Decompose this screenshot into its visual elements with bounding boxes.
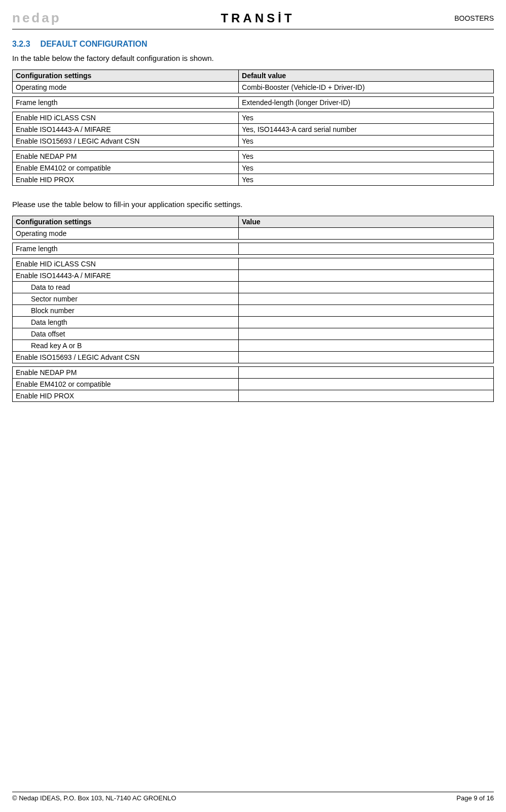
nedap-logo: nedap	[12, 10, 61, 26]
default-config-table-d: Enable NEDAP PM Yes Enable EM4102 or com…	[12, 150, 494, 186]
cell-setting: Enable HID iCLASS CSN	[13, 112, 239, 124]
cell-value[interactable]	[239, 258, 494, 270]
table-row: Frame length Extended-length (longer Dri…	[13, 97, 494, 109]
cell-value[interactable]	[239, 270, 494, 282]
cell-value[interactable]	[239, 352, 494, 363]
cell-value: Yes, ISO14443-A card serial number	[239, 124, 494, 136]
section-title-text: DEFAULT CONFIGURATION	[41, 40, 148, 48]
cell-value[interactable]	[239, 328, 494, 340]
table-row: Frame length	[13, 243, 494, 255]
cell-value[interactable]	[239, 317, 494, 328]
cell-value[interactable]	[239, 390, 494, 402]
user-config-table-d: Enable NEDAP PM Enable EM4102 or compati…	[12, 366, 494, 402]
table1-header-value: Default value	[239, 70, 494, 82]
table2-header-value: Value	[239, 216, 494, 228]
cell-value: Extended-length (longer Driver-ID)	[239, 97, 494, 109]
header-section: BOOSTERS	[454, 14, 494, 22]
table-row: Sector number	[13, 293, 494, 305]
user-config-table-b: Frame length	[12, 243, 494, 255]
transit-logo: TRANSİT	[221, 11, 295, 25]
cell-value: Yes	[239, 136, 494, 147]
table-row: Block number	[13, 305, 494, 317]
default-config-tables: Configuration settings Default value Ope…	[12, 70, 494, 186]
table-row: Enable NEDAP PM Yes	[13, 151, 494, 162]
table-row: Enable ISO14443-A / MIFARE	[13, 270, 494, 282]
page-footer: © Nedap IDEAS, P.O. Box 103, NL-7140 AC …	[12, 792, 494, 802]
table-row: Operating mode Combi-Booster (Vehicle-ID…	[13, 82, 494, 93]
cell-setting: Operating mode	[13, 228, 239, 240]
cell-setting: Enable NEDAP PM	[13, 367, 239, 379]
cell-value: Combi-Booster (Vehicle-ID + Driver-ID)	[239, 82, 494, 93]
user-config-table-header: Configuration settings Value Operating m…	[12, 216, 494, 240]
cell-setting: Data to read	[13, 282, 239, 293]
cell-value: Yes	[239, 174, 494, 186]
default-config-table-header: Configuration settings Default value Ope…	[12, 70, 494, 93]
cell-setting: Block number	[13, 305, 239, 317]
cell-setting: Enable HID PROX	[13, 390, 239, 402]
page-header: nedap TRANSİT BOOSTERS	[12, 10, 494, 29]
table2-header-settings: Configuration settings	[13, 216, 239, 228]
cell-value: Yes	[239, 162, 494, 174]
footer-page-number: Page 9 of 16	[456, 794, 494, 802]
cell-setting: Frame length	[13, 97, 239, 109]
table-row: Enable ISO15693 / LEGIC Advant CSN	[13, 352, 494, 363]
cell-value[interactable]	[239, 293, 494, 305]
transit-text-b: T	[284, 11, 295, 25]
transit-i-icon: İ	[278, 11, 284, 25]
cell-setting: Enable ISO14443-A / MIFARE	[13, 270, 239, 282]
transit-text-a: TRANS	[221, 11, 278, 25]
table1-header-settings: Configuration settings	[13, 70, 239, 82]
table-row: Enable ISO14443-A / MIFARE Yes, ISO14443…	[13, 124, 494, 136]
user-config-tables: Configuration settings Value Operating m…	[12, 216, 494, 402]
cell-value[interactable]	[239, 282, 494, 293]
default-config-table-b: Frame length Extended-length (longer Dri…	[12, 96, 494, 109]
cell-setting: Enable HID PROX	[13, 174, 239, 186]
cell-value[interactable]	[239, 243, 494, 255]
cell-value[interactable]	[239, 340, 494, 352]
intro-paragraph-2: Please use the table below to fill-in yo…	[12, 200, 494, 209]
table-row: Read key A or B	[13, 340, 494, 352]
cell-setting: Enable ISO15693 / LEGIC Advant CSN	[13, 136, 239, 147]
table-row: Enable ISO15693 / LEGIC Advant CSN Yes	[13, 136, 494, 147]
cell-setting: Data length	[13, 317, 239, 328]
cell-setting: Sector number	[13, 293, 239, 305]
table-row: Data to read	[13, 282, 494, 293]
table-row: Enable EM4102 or compatible	[13, 379, 494, 390]
table-row: Enable NEDAP PM	[13, 367, 494, 379]
cell-setting: Enable HID iCLASS CSN	[13, 258, 239, 270]
cell-setting: Enable NEDAP PM	[13, 151, 239, 162]
cell-value[interactable]	[239, 228, 494, 240]
table-row: Enable HID iCLASS CSN Yes	[13, 112, 494, 124]
cell-value[interactable]	[239, 305, 494, 317]
section-number: 3.2.3	[12, 40, 30, 48]
user-config-table-c: Enable HID iCLASS CSN Enable ISO14443-A …	[12, 258, 494, 363]
cell-value: Yes	[239, 151, 494, 162]
cell-setting: Enable EM4102 or compatible	[13, 379, 239, 390]
cell-setting: Data offset	[13, 328, 239, 340]
table-row: Data offset	[13, 328, 494, 340]
cell-setting: Operating mode	[13, 82, 239, 93]
section-heading: 3.2.3DEFAULT CONFIGURATION	[12, 40, 494, 49]
table-row: Enable HID PROX Yes	[13, 174, 494, 186]
table-row: Enable HID iCLASS CSN	[13, 258, 494, 270]
cell-setting: Enable ISO14443-A / MIFARE	[13, 124, 239, 136]
cell-setting: Frame length	[13, 243, 239, 255]
cell-value: Yes	[239, 112, 494, 124]
default-config-table-c: Enable HID iCLASS CSN Yes Enable ISO1444…	[12, 112, 494, 147]
table-row: Enable HID PROX	[13, 390, 494, 402]
cell-value[interactable]	[239, 379, 494, 390]
table-row: Operating mode	[13, 228, 494, 240]
cell-setting: Enable ISO15693 / LEGIC Advant CSN	[13, 352, 239, 363]
cell-value[interactable]	[239, 367, 494, 379]
intro-paragraph-1: In the table below the factory default c…	[12, 54, 494, 62]
cell-setting: Read key A or B	[13, 340, 239, 352]
footer-copyright: © Nedap IDEAS, P.O. Box 103, NL-7140 AC …	[12, 794, 176, 802]
table-row: Data length	[13, 317, 494, 328]
table-row: Enable EM4102 or compatible Yes	[13, 162, 494, 174]
cell-setting: Enable EM4102 or compatible	[13, 162, 239, 174]
